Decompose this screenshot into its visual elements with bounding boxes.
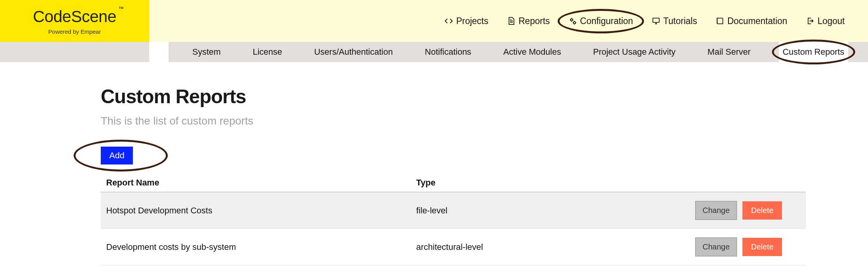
monitor-icon — [652, 17, 660, 25]
subnav-users[interactable]: Users/Authentication — [310, 42, 397, 62]
nav-logout[interactable]: Logout — [806, 16, 845, 26]
table-row: Development costs by sub-system architec… — [101, 229, 806, 265]
delete-button[interactable]: Delete — [742, 238, 782, 256]
subnav-custom-reports[interactable]: Custom Reports — [779, 42, 848, 62]
subnav-spacer — [0, 42, 149, 62]
svg-point-1 — [574, 22, 576, 24]
cell-report-type: architectural-level — [411, 229, 690, 265]
subnav-mail-server[interactable]: Mail Server — [704, 42, 754, 62]
logout-icon — [806, 17, 815, 25]
subnav-bar: System License Users/Authentication Noti… — [0, 42, 868, 62]
top-nav: Projects Reports Configuration Tutorials… — [149, 0, 868, 42]
subnav-active-modules[interactable]: Active Modules — [499, 42, 565, 62]
nav-projects[interactable]: Projects — [444, 16, 488, 26]
change-button[interactable]: Change — [695, 237, 737, 256]
svg-point-0 — [570, 19, 573, 21]
subnav-license[interactable]: License — [249, 42, 286, 62]
file-icon — [507, 17, 515, 25]
nav-documentation[interactable]: Documentation — [716, 16, 787, 26]
reports-table: Report Name Type Hotspot Development Cos… — [101, 174, 806, 265]
sub-nav: System License Users/Authentication Noti… — [169, 42, 868, 62]
page-subtitle: This is the list of custom reports — [101, 115, 814, 127]
nav-tutorials[interactable]: Tutorials — [652, 16, 697, 26]
col-header-type: Type — [411, 174, 690, 192]
nav-reports-label: Reports — [518, 16, 550, 26]
nav-reports[interactable]: Reports — [507, 16, 550, 26]
logo-subtitle: Powered by Empear — [48, 28, 101, 35]
code-icon — [444, 17, 453, 25]
gears-icon — [568, 17, 577, 25]
nav-logout-label: Logout — [818, 16, 845, 26]
change-button[interactable]: Change — [695, 201, 737, 220]
subnav-system[interactable]: System — [188, 42, 224, 62]
col-header-actions — [690, 174, 806, 192]
delete-button[interactable]: Delete — [742, 201, 782, 220]
subnav-usage-activity[interactable]: Project Usage Activity — [589, 42, 680, 62]
page-title: Custom Reports — [101, 85, 814, 108]
header-bar: CodeScene ™ Powered by Empear Projects R… — [0, 0, 868, 42]
subnav-whitepad — [149, 42, 169, 62]
cell-report-name: Development costs by sub-system — [101, 229, 411, 265]
cell-report-name: Hotspot Development Costs — [101, 192, 411, 229]
add-button-wrap: Add — [101, 147, 133, 164]
logo-block[interactable]: CodeScene ™ Powered by Empear — [0, 0, 149, 42]
cell-report-type: file-level — [411, 192, 690, 229]
nav-configuration-label: Configuration — [580, 16, 633, 26]
logo-text: CodeScene — [33, 7, 116, 26]
nav-configuration[interactable]: Configuration — [568, 16, 633, 26]
logo-trademark: ™ — [118, 5, 124, 12]
col-header-name: Report Name — [101, 174, 411, 192]
table-row: Hotspot Development Costs file-level Cha… — [101, 192, 806, 229]
nav-projects-label: Projects — [456, 16, 488, 26]
nav-tutorials-label: Tutorials — [663, 16, 697, 26]
nav-documentation-label: Documentation — [727, 16, 787, 26]
book-icon — [716, 17, 724, 25]
svg-rect-2 — [653, 18, 659, 23]
add-button[interactable]: Add — [101, 147, 133, 164]
main-content: Custom Reports This is the list of custo… — [0, 62, 814, 277]
subnav-notifications[interactable]: Notifications — [421, 42, 475, 62]
